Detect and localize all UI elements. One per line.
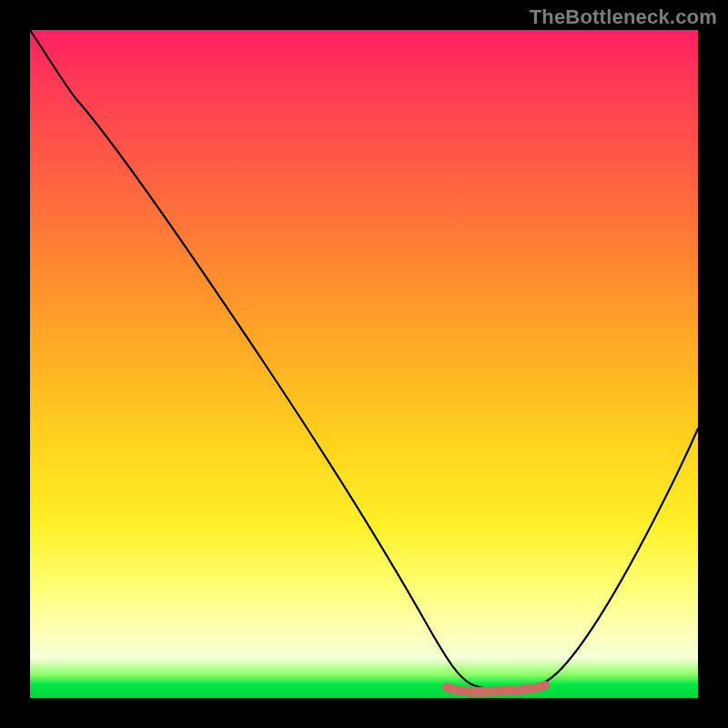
chart-svg [30,30,698,698]
plot-area [30,30,698,698]
chart-frame: TheBottleneck.com [0,0,728,728]
bottleneck-curve [30,30,698,690]
optimal-region-marker [447,685,545,692]
watermark-text: TheBottleneck.com [530,5,717,29]
